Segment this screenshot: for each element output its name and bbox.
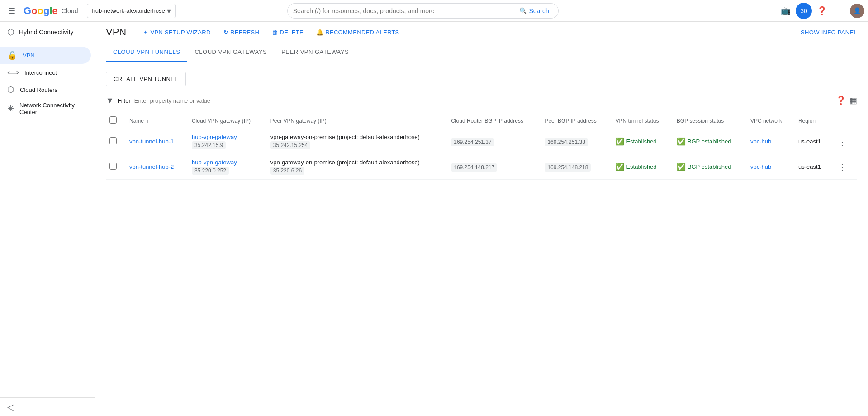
header-actions: ＋ VPN SETUP WIZARD ↻ REFRESH 🗑 DELETE 🔔 … bbox=[137, 25, 404, 39]
sidebar: ⬡ Hybrid Connectivity 🔒 VPN ⟺ Interconne… bbox=[0, 22, 95, 416]
sidebar-item-network-connectivity-center[interactable]: ✳ Network Connectivity Center bbox=[0, 98, 91, 119]
help-button[interactable]: ❓ bbox=[814, 3, 830, 19]
row-1-vpn-status: ✅ Established bbox=[610, 129, 671, 154]
vpn-setup-wizard-button[interactable]: ＋ VPN SETUP WIZARD bbox=[137, 25, 216, 39]
sidebar-header: ⬡ Hybrid Connectivity bbox=[0, 22, 95, 43]
row-2-vpc-network: vpc-hub bbox=[745, 154, 793, 180]
create-vpn-tunnel-button[interactable]: CREATE VPN TUNNEL bbox=[106, 72, 186, 86]
refresh-button[interactable]: ↻ REFRESH bbox=[218, 26, 265, 38]
recommended-alerts-label: RECOMMENDED ALERTS bbox=[325, 29, 399, 36]
row-2-region: us-east1 bbox=[793, 154, 830, 180]
row-1-vpc-network: vpc-hub bbox=[745, 129, 793, 154]
col-peer-vpn-gateway: Peer VPN gateway (IP) bbox=[265, 113, 446, 129]
table-help-icon[interactable]: ❓ bbox=[836, 96, 846, 105]
interconnect-icon: ⟺ bbox=[7, 67, 19, 77]
delete-label: DELETE bbox=[280, 29, 304, 36]
tab-cloud-vpn-tunnels[interactable]: CLOUD VPN TUNNELS bbox=[106, 43, 187, 62]
tab-cloud-vpn-gateways[interactable]: CLOUD VPN GATEWAYS bbox=[187, 43, 274, 62]
more-options-button[interactable]: ⋮ bbox=[832, 3, 848, 19]
hybrid-connectivity-icon: ⬡ bbox=[7, 27, 14, 37]
row-1-region: us-east1 bbox=[793, 129, 830, 154]
filter-input[interactable] bbox=[134, 97, 832, 104]
row-1-cloud-router-bgp-ip: 169.254.251.37 bbox=[446, 129, 539, 154]
row-2-bgp-ok-icon: ✅ bbox=[677, 163, 686, 171]
search-icon: 🔍 bbox=[519, 7, 527, 14]
topbar: ☰ Google Cloud hub-network-alexanderhose… bbox=[0, 0, 868, 22]
row-2-gateway-link[interactable]: hub-vpn-gateway bbox=[192, 159, 237, 166]
filter-label: Filter bbox=[118, 97, 131, 104]
search-label: Search bbox=[529, 7, 549, 14]
row-1-cloud-vpn-gateway: hub-vpn-gateway 35.242.15.9 bbox=[186, 129, 265, 154]
row-1-peer-vpn-gateway: vpn-gateway-on-premise (project: default… bbox=[265, 129, 446, 154]
col-region: Region bbox=[793, 113, 830, 129]
row-1-more-button[interactable]: ⋮ bbox=[836, 134, 849, 149]
menu-button[interactable]: ☰ bbox=[4, 3, 20, 19]
cloud-routers-icon: ⬡ bbox=[7, 85, 14, 95]
col-cloud-vpn-gateway: Cloud VPN gateway (IP) bbox=[186, 113, 265, 129]
row-2-cloud-vpn-gateway: hub-vpn-gateway 35.220.0.252 bbox=[186, 154, 265, 180]
row-1-name-link[interactable]: vpn-tunnel-hub-1 bbox=[129, 138, 174, 145]
topbar-right: 📺 30 ❓ ⋮ 👤 bbox=[778, 3, 864, 19]
vpn-icon: 🔒 bbox=[7, 50, 17, 60]
select-all-checkbox[interactable] bbox=[109, 116, 117, 124]
row-2-more-button[interactable]: ⋮ bbox=[836, 160, 849, 174]
show-info-panel-button[interactable]: SHOW INFO PANEL bbox=[801, 29, 857, 36]
sort-arrow-icon: ↑ bbox=[146, 118, 149, 124]
columns-icon[interactable]: ▦ bbox=[849, 96, 857, 105]
sidebar-item-cloud-routers[interactable]: ⬡ Cloud Routers bbox=[0, 81, 91, 98]
dropdown-arrow-icon: ▾ bbox=[167, 6, 171, 16]
notification-avatar[interactable]: 30 bbox=[796, 3, 812, 19]
bell-icon: 🔔 bbox=[316, 29, 323, 36]
collapse-icon: ◁ bbox=[7, 402, 14, 412]
sidebar-item-vpn[interactable]: 🔒 VPN bbox=[0, 47, 91, 64]
sidebar-item-interconnect[interactable]: ⟺ Interconnect bbox=[0, 64, 91, 81]
search-button[interactable]: 🔍 Search bbox=[516, 5, 552, 16]
google-cloud-logo[interactable]: Google Cloud bbox=[24, 5, 78, 17]
row-2-bgp-status-label: BGP established bbox=[688, 163, 731, 170]
row-1-status-ok-icon: ✅ bbox=[615, 137, 624, 146]
tab-peer-vpn-gateways[interactable]: PEER VPN GATEWAYS bbox=[274, 43, 356, 62]
help-icon: ❓ bbox=[817, 6, 827, 16]
content-area: CREATE VPN TUNNEL ▼ Filter ❓ ▦ bbox=[95, 62, 868, 416]
google-logo-text: Google bbox=[24, 5, 58, 17]
row-1-checkbox[interactable] bbox=[109, 137, 117, 144]
row-2-peer-vpn-ip: 35.220.6.26 bbox=[270, 167, 304, 175]
sidebar-nav: 🔒 VPN ⟺ Interconnect ⬡ Cloud Routers ✳ N… bbox=[0, 43, 95, 397]
sidebar-title: Hybrid Connectivity bbox=[19, 28, 74, 36]
recommended-alerts-button[interactable]: 🔔 RECOMMENDED ALERTS bbox=[311, 26, 405, 38]
row-2-cloud-router-bgp-ip: 169.254.148.217 bbox=[446, 154, 539, 180]
row-2-vpn-status: ✅ Established bbox=[610, 154, 671, 180]
app-layout: ⬡ Hybrid Connectivity 🔒 VPN ⟺ Interconne… bbox=[0, 22, 868, 416]
project-selector[interactable]: hub-network-alexanderhose ▾ bbox=[87, 4, 175, 18]
search-input[interactable] bbox=[293, 7, 516, 14]
row-1-bgp-ok-icon: ✅ bbox=[677, 137, 686, 146]
row-2-status-ok-icon: ✅ bbox=[615, 163, 624, 171]
main-content: VPN ＋ VPN SETUP WIZARD ↻ REFRESH 🗑 DELET… bbox=[95, 22, 868, 416]
row-2-vpn-status-label: Established bbox=[626, 163, 656, 170]
row-2-peer-vpn-gateway: vpn-gateway-on-premise (project: default… bbox=[265, 154, 446, 180]
setup-wizard-icon: ＋ bbox=[142, 28, 148, 36]
vpn-tunnels-table: Name ↑ Cloud VPN gateway (IP) Peer VPN g… bbox=[106, 113, 857, 180]
refresh-label: REFRESH bbox=[230, 29, 259, 36]
row-2-name-link[interactable]: vpn-tunnel-hub-2 bbox=[129, 163, 174, 170]
menu-icon: ☰ bbox=[8, 6, 15, 16]
search-bar: 🔍 Search bbox=[287, 3, 559, 19]
row-1-vpc-link[interactable]: vpc-hub bbox=[750, 138, 771, 145]
cast-button[interactable]: 📺 bbox=[778, 3, 794, 19]
tabs: CLOUD VPN TUNNELS CLOUD VPN GATEWAYS PEE… bbox=[95, 43, 868, 62]
sidebar-collapse-button[interactable]: ◁ bbox=[0, 397, 95, 416]
row-1-peer-bgp-ip: 169.254.251.38 bbox=[539, 129, 610, 154]
row-1-bgp-status: ✅ BGP established bbox=[671, 129, 745, 154]
row-2-name: vpn-tunnel-hub-2 bbox=[124, 154, 186, 180]
more-options-icon: ⋮ bbox=[836, 6, 844, 16]
col-vpc-network: VPC network bbox=[745, 113, 793, 129]
row-1-name: vpn-tunnel-hub-1 bbox=[124, 129, 186, 154]
row-2-checkbox[interactable] bbox=[109, 163, 117, 170]
row-2-vpc-link[interactable]: vpc-hub bbox=[750, 163, 771, 170]
user-avatar[interactable]: 👤 bbox=[850, 4, 864, 18]
row-1-gateway-link[interactable]: hub-vpn-gateway bbox=[192, 134, 237, 140]
col-vpn-status: VPN tunnel status bbox=[610, 113, 671, 129]
cloud-text: Cloud bbox=[62, 7, 78, 14]
row-1-peer-vpn-ip: 35.242.15.254 bbox=[270, 141, 311, 149]
delete-button[interactable]: 🗑 DELETE bbox=[266, 26, 309, 38]
